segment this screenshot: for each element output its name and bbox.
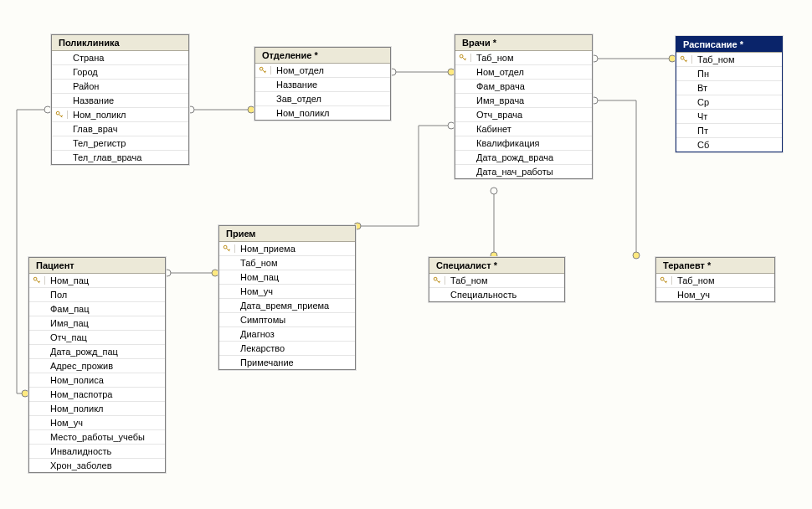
- primary-key-icon: [223, 244, 231, 253]
- table-columns: Ном_пацПолФам_пацИмя_пацОтч_пацДата_рожд…: [29, 274, 165, 472]
- table-patient[interactable]: Пациент Ном_пацПолФам_пацИмя_пацОтч_пацД…: [28, 257, 166, 473]
- primary-key-icon: [259, 66, 267, 75]
- column-row[interactable]: Сб: [676, 137, 782, 152]
- table-otdelenie[interactable]: Отделение * Ном_отделНазваниеЗав_отделНо…: [254, 47, 391, 121]
- column-row[interactable]: Ном_уч: [656, 287, 774, 301]
- column-name: Место_работы_учебы: [45, 432, 162, 442]
- key-cell: [29, 276, 45, 285]
- column-row[interactable]: Кабинет: [455, 121, 592, 136]
- column-row[interactable]: Ном_пац: [29, 274, 165, 287]
- column-row[interactable]: Ном_уч: [29, 415, 165, 429]
- table-priem[interactable]: Прием Ном_приемаТаб_номНом_пацНом_учДата…: [218, 225, 356, 370]
- column-row[interactable]: Район: [52, 79, 188, 93]
- column-row[interactable]: Ном_пац: [219, 270, 355, 284]
- primary-key-icon: [680, 55, 688, 64]
- column-row[interactable]: Таб_ном: [656, 274, 774, 287]
- table-specialist[interactable]: Специалист * Таб_номСпециальность: [429, 257, 565, 302]
- column-row[interactable]: Название: [255, 77, 390, 91]
- column-row[interactable]: Фам_пац: [29, 301, 165, 316]
- column-row[interactable]: Ном_отдел: [455, 64, 592, 79]
- column-row[interactable]: Пт: [676, 123, 782, 137]
- key-cell: [455, 54, 471, 62]
- column-row[interactable]: Зав_отдел: [255, 91, 390, 105]
- table-raspisanie[interactable]: Расписание * Таб_номПнВтСрЧтПтСб: [676, 36, 783, 152]
- key-cell: [676, 55, 692, 64]
- table-vrachi[interactable]: Врачи * Таб_номНом_отделФам_врачаИмя_вра…: [455, 34, 593, 179]
- column-row[interactable]: Лекарство: [219, 341, 355, 355]
- column-row[interactable]: Таб_ном: [429, 274, 564, 287]
- column-name: Ном_отдел: [471, 67, 588, 77]
- column-row[interactable]: Ном_поликл: [52, 107, 188, 121]
- svg-point-13: [212, 270, 218, 276]
- column-name: Отч_пац: [45, 332, 162, 342]
- column-name: Фам_пац: [45, 304, 162, 314]
- column-row[interactable]: Дата_нач_работы: [455, 164, 592, 178]
- column-row[interactable]: Ср: [676, 95, 782, 109]
- table-columns: Таб_номСпециальность: [429, 274, 564, 301]
- column-row[interactable]: Адрес_прожив: [29, 358, 165, 373]
- column-row[interactable]: Место_работы_учебы: [29, 429, 165, 444]
- column-name: Ном_полиса: [45, 375, 162, 385]
- column-name: Район: [68, 81, 185, 91]
- svg-point-10: [44, 106, 51, 113]
- column-row[interactable]: Таб_ном: [676, 53, 782, 66]
- column-row[interactable]: Страна: [52, 51, 188, 64]
- column-name: Фам_врача: [471, 81, 588, 91]
- primary-key-icon: [33, 276, 41, 285]
- column-row[interactable]: Примечание: [219, 355, 355, 369]
- column-name: Дата_рожд_пац: [45, 347, 162, 357]
- column-name: Ном_уч: [672, 290, 771, 300]
- column-name: Примечание: [235, 357, 352, 368]
- column-name: Таб_ном: [235, 258, 352, 268]
- column-row[interactable]: Таб_ном: [219, 255, 355, 270]
- column-row[interactable]: Ном_поликл: [29, 401, 165, 415]
- column-row[interactable]: Ном_приема: [219, 242, 355, 255]
- column-name: Сб: [692, 140, 779, 150]
- primary-key-icon: [55, 111, 64, 119]
- svg-point-14: [448, 122, 455, 129]
- column-row[interactable]: Ном_отдел: [255, 64, 390, 77]
- column-row[interactable]: Имя_пац: [29, 316, 165, 330]
- column-row[interactable]: Ном_полиса: [29, 373, 165, 387]
- column-row[interactable]: Симптомы: [219, 312, 355, 326]
- table-terapevt[interactable]: Терапевт * Таб_номНом_уч: [655, 257, 775, 302]
- key-cell: [656, 276, 672, 285]
- column-row[interactable]: Диагноз: [219, 326, 355, 341]
- column-row[interactable]: Имя_врача: [455, 93, 592, 107]
- column-row[interactable]: Пн: [676, 66, 782, 80]
- table-columns: Ном_отделНазваниеЗав_отделНом_поликл: [255, 64, 390, 120]
- column-row[interactable]: Тел_глав_врача: [52, 150, 188, 164]
- column-row[interactable]: Ном_уч: [219, 284, 355, 298]
- primary-key-icon: [433, 276, 441, 285]
- column-row[interactable]: Дата_время_приема: [219, 298, 355, 312]
- column-row[interactable]: Ном_поликл: [255, 105, 390, 120]
- column-row[interactable]: Вт: [676, 80, 782, 95]
- key-cell: [255, 66, 271, 75]
- column-row[interactable]: Пол: [29, 287, 165, 301]
- column-row[interactable]: Дата_рожд_врача: [455, 150, 592, 164]
- column-row[interactable]: Глав_врач: [52, 121, 188, 136]
- column-row[interactable]: Инвалидность: [29, 444, 165, 458]
- column-name: Симптомы: [235, 315, 352, 325]
- column-row[interactable]: Таб_ном: [455, 51, 592, 64]
- column-row[interactable]: Ном_паспотра: [29, 387, 165, 401]
- column-row[interactable]: Отч_пац: [29, 330, 165, 344]
- column-row[interactable]: Тел_регистр: [52, 136, 188, 150]
- column-row[interactable]: Дата_рожд_пац: [29, 344, 165, 358]
- column-name: Диагноз: [235, 329, 352, 339]
- key-cell: [219, 244, 235, 253]
- column-name: Глав_врач: [68, 124, 185, 134]
- column-row[interactable]: Отч_врача: [455, 107, 592, 121]
- column-row[interactable]: Хрон_заболев: [29, 458, 165, 472]
- column-row[interactable]: Квалификация: [455, 136, 592, 150]
- table-poliklinika[interactable]: Поликлиника СтранаГородРайонНазваниеНом_…: [51, 34, 189, 165]
- column-row[interactable]: Название: [52, 93, 188, 107]
- column-name: Зав_отдел: [271, 94, 387, 104]
- column-row[interactable]: Чт: [676, 109, 782, 123]
- column-row[interactable]: Специальность: [429, 287, 564, 301]
- column-row[interactable]: Фам_врача: [455, 79, 592, 93]
- svg-point-6: [491, 188, 497, 194]
- column-name: Таб_ном: [445, 275, 561, 285]
- table-title: Поликлиника: [52, 35, 188, 51]
- column-row[interactable]: Город: [52, 64, 188, 79]
